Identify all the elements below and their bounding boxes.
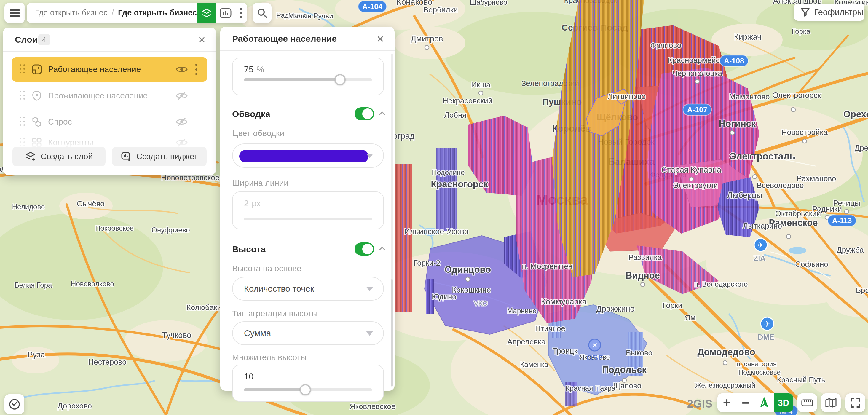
map-label: Горки <box>662 301 682 310</box>
map-label: Новостройка <box>781 128 828 137</box>
caret-down-icon <box>366 331 373 336</box>
drag-handle-icon[interactable] <box>20 117 25 127</box>
town-dot <box>803 139 807 143</box>
more-options-button[interactable] <box>235 3 247 23</box>
multiplier-slider-thumb[interactable] <box>300 384 311 395</box>
map-label: Домодедово <box>697 347 755 357</box>
town-dot <box>689 177 693 181</box>
town-dot <box>844 210 849 214</box>
layers-toggle-button[interactable] <box>197 3 216 23</box>
folded-map-icon <box>825 398 837 408</box>
multiplier-value[interactable]: 10 <box>244 372 253 382</box>
create-layer-button[interactable]: Создать слой <box>12 147 105 166</box>
zoom-in-button[interactable]: + <box>717 393 736 412</box>
aggregation-select[interactable]: Сумма <box>232 321 384 345</box>
caret-down-icon <box>366 287 373 291</box>
map-label: Фряново <box>650 41 682 50</box>
map-label: Подольск <box>602 364 647 375</box>
map-label: Сычёво <box>77 199 104 208</box>
town-dot <box>425 45 429 50</box>
multiplier-slider[interactable] <box>244 388 372 391</box>
map-label: Электроугли <box>673 181 718 190</box>
multiplier-label: Множитель высоты <box>232 353 307 362</box>
drag-handle-icon[interactable] <box>20 137 25 148</box>
height-toggle[interactable] <box>354 243 374 256</box>
height-basis-select[interactable]: Количество точек <box>232 277 384 300</box>
layer-options-kebab-icon[interactable] <box>195 64 198 75</box>
map-label: Лобня <box>444 110 467 120</box>
plane-icon: ✈ <box>757 241 764 250</box>
map-label: Черноголовка <box>672 69 722 78</box>
map-label: Лыткарино <box>743 221 782 230</box>
map-attribution-logo: 2GIS <box>687 398 713 410</box>
layer-item-label: Работающее население <box>48 65 141 74</box>
layer-item-working-population[interactable]: Работающее население <box>12 57 207 82</box>
map-label: оград <box>393 131 414 140</box>
layer-type-icon <box>31 90 42 101</box>
layers-panel-close-button[interactable]: ✕ <box>195 33 208 46</box>
create-widget-button[interactable]: Создать виджет <box>112 147 207 166</box>
map-label: Октябрьский <box>775 209 821 218</box>
history-button[interactable] <box>4 394 24 414</box>
zoom-out-button[interactable]: − <box>736 393 755 412</box>
map-style-button[interactable] <box>821 393 841 412</box>
outline-toggle[interactable] <box>354 107 374 120</box>
navigation-arrow-icon <box>760 397 769 409</box>
layers-icon <box>201 7 212 19</box>
height-section-label: Высота <box>232 244 266 254</box>
breadcrumb-parent[interactable]: Где открыть бизнес <box>35 8 107 18</box>
town-dot <box>695 79 699 84</box>
map-label: Красноармейск <box>668 56 723 65</box>
map-label: Малые Ручьи <box>288 12 333 20</box>
layer-type-icon <box>31 137 42 148</box>
fullscreen-button[interactable] <box>845 393 865 412</box>
road-badge-label: А-104 <box>362 2 382 11</box>
town-dot <box>641 283 645 287</box>
search-button[interactable] <box>253 3 272 23</box>
breadcrumb-separator: / <box>112 8 114 18</box>
map-label: Нестерово <box>88 357 126 366</box>
drag-handle-icon[interactable] <box>20 91 25 101</box>
layers-panel-title: Слои <box>15 35 38 45</box>
settings-panel-close-button[interactable]: ✕ <box>374 33 387 46</box>
menu-button[interactable] <box>4 3 25 23</box>
opacity-slider[interactable] <box>244 78 372 81</box>
create-widget-label: Создать виджет <box>136 152 198 161</box>
collapse-chevron-icon[interactable] <box>378 246 386 251</box>
map-label: Юдино <box>432 292 457 301</box>
town-dot <box>730 131 734 135</box>
geofilters-button[interactable]: Геофильтры <box>794 4 864 21</box>
visibility-eye-off-icon[interactable] <box>176 137 188 148</box>
airport-code-label: DME <box>758 333 774 341</box>
collapse-chevron-icon[interactable] <box>378 111 386 116</box>
road-badge-label: А-108 <box>724 57 744 65</box>
layer-item-demand[interactable]: Спрос <box>12 112 207 132</box>
map-label: Икша <box>471 80 491 89</box>
map-label: п. Володарского <box>694 280 748 288</box>
geofilters-label: Геофильтры <box>814 7 863 17</box>
map-label: Коммунарка <box>541 297 587 306</box>
line-width-slider[interactable] <box>244 218 372 220</box>
map-label: Горки-2 <box>413 258 440 267</box>
opacity-slider-thumb[interactable] <box>334 74 346 85</box>
create-widget-icon <box>121 151 132 162</box>
charts-button[interactable] <box>216 3 235 23</box>
compass-button[interactable] <box>755 393 774 412</box>
plane-icon: ✈ <box>764 320 771 328</box>
layer-item-label: Конкуренты <box>48 138 93 147</box>
line-width-value[interactable]: 2px <box>244 199 261 209</box>
ruler-button[interactable] <box>798 393 817 412</box>
layer-item-residential-population[interactable]: Проживающее население <box>12 86 207 106</box>
layer-type-icon <box>31 117 42 127</box>
visibility-eye-off-icon[interactable] <box>176 117 188 127</box>
map-label: Ям <box>685 313 696 322</box>
drag-handle-icon[interactable] <box>20 64 25 74</box>
opacity-value[interactable]: 75% <box>244 65 264 74</box>
settings-scrollbar[interactable] <box>391 54 393 387</box>
visibility-eye-off-icon[interactable] <box>176 91 188 101</box>
map-label: п. Мосрентген <box>522 262 573 270</box>
3d-view-button[interactable]: 3D <box>774 393 793 412</box>
outline-color-select[interactable] <box>232 143 384 168</box>
visibility-eye-icon[interactable] <box>176 64 188 74</box>
town-dot <box>791 107 795 112</box>
